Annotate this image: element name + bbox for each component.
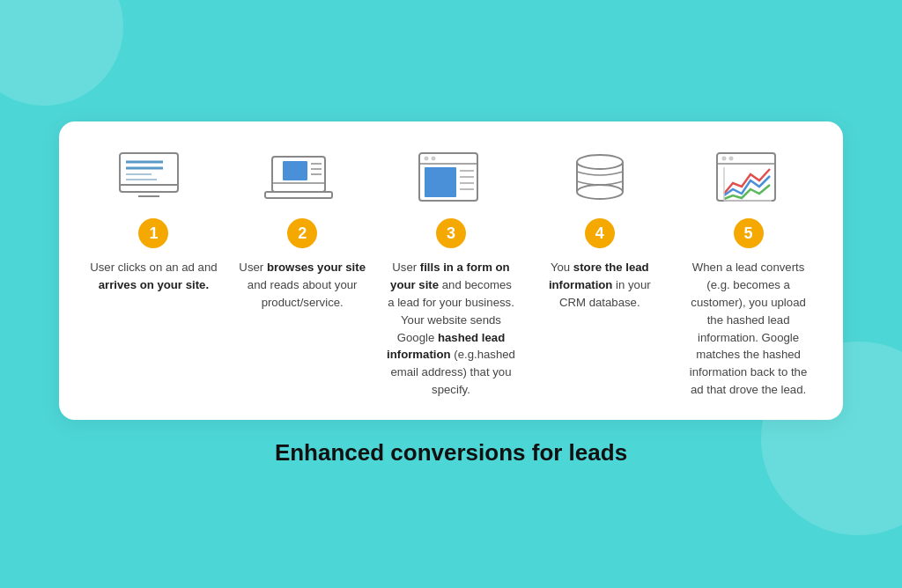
svg-rect-11 [283,161,307,180]
svg-point-24 [577,155,623,169]
svg-point-30 [721,157,726,161]
step-4: 4 You store the lead information in your… [529,148,669,398]
svg-point-31 [728,157,733,161]
svg-point-17 [424,157,428,161]
step-3-number: 3 [436,218,466,248]
svg-rect-0 [120,153,178,192]
step-3: 3 User fills in a form on your site and … [381,148,521,398]
step-5: 5 When a lead converts (e.g. becomes a c… [678,148,818,398]
ad-click-icon [114,148,193,209]
step-3-text: User fills in a form on your site and be… [386,259,516,398]
step-1-text: User clicks on an ad and arrives on your… [88,259,218,294]
step-1-number: 1 [138,218,168,248]
svg-rect-19 [425,167,456,197]
analytics-screen-icon [709,148,788,209]
form-fill-icon [411,148,491,209]
svg-point-18 [431,157,435,161]
steps-row: 1 User clicks on an ad and arrives on yo… [84,148,818,398]
svg-rect-10 [265,192,332,198]
step-2-number: 2 [287,218,317,248]
step-2-text: User browses your site and reads about y… [237,259,367,311]
step-5-number: 5 [734,218,764,248]
step-4-text: You store the lead information in your C… [535,259,665,311]
step-5-text: When a lead converts (e.g. becomes a cus… [684,259,814,398]
laptop-browse-icon [262,148,342,209]
database-icon [560,148,640,209]
footer-title: Enhanced conversions for leads [275,439,627,467]
step-2: 2 User browses your site and reads about… [233,148,373,398]
svg-point-27 [577,185,623,199]
main-card: 1 User clicks on an ad and arrives on yo… [59,121,843,419]
step-4-number: 4 [585,218,615,248]
step-1: 1 User clicks on an ad and arrives on yo… [84,148,224,398]
